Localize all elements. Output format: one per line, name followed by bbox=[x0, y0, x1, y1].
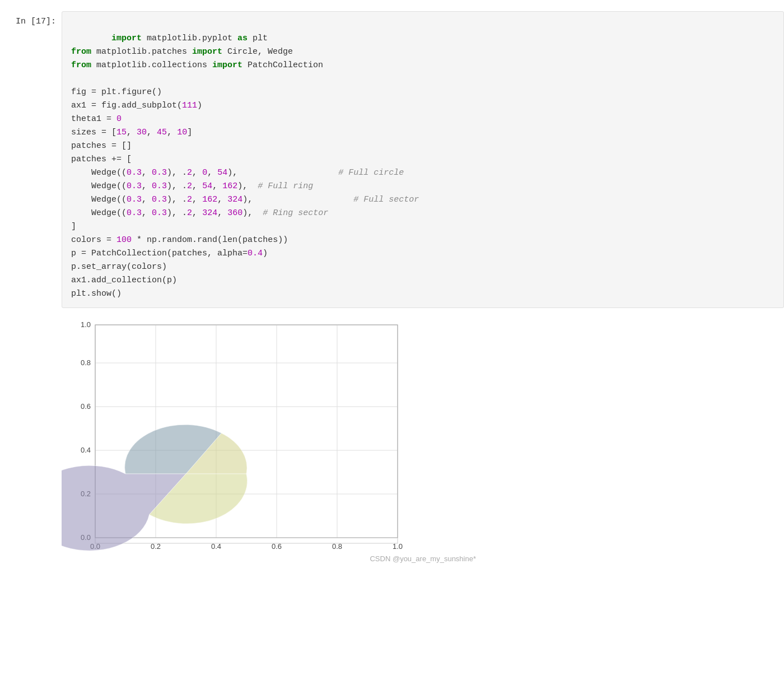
svg-text:1.0: 1.0 bbox=[81, 320, 91, 329]
code-block: import matplotlib.pyplot as plt from mat… bbox=[62, 11, 784, 308]
code-cell: In [17]: import matplotlib.pyplot as plt… bbox=[0, 11, 784, 571]
cell-content-area: import matplotlib.pyplot as plt from mat… bbox=[62, 11, 784, 571]
notebook-container: In [17]: import matplotlib.pyplot as plt… bbox=[0, 0, 784, 582]
kw3: from bbox=[71, 47, 91, 57]
svg-text:0.2: 0.2 bbox=[151, 542, 161, 551]
svg-text:0.8: 0.8 bbox=[81, 358, 91, 367]
watermark: CSDN @you_are_my_sunshine* bbox=[370, 554, 476, 563]
cell-prompt: In [17]: bbox=[0, 11, 62, 26]
svg-text:0.4: 0.4 bbox=[211, 542, 221, 551]
output-block: 0.0 0.2 0.4 0.6 0.8 1.0 0.0 0.2 0.4 0.6 … bbox=[62, 308, 784, 571]
kw4: import bbox=[192, 47, 222, 57]
kw2: as bbox=[237, 34, 248, 43]
chart-area: 0.0 0.2 0.4 0.6 0.8 1.0 0.0 0.2 0.4 0.6 … bbox=[62, 319, 409, 566]
svg-text:0.4: 0.4 bbox=[81, 446, 91, 454]
svg-text:0.8: 0.8 bbox=[332, 542, 342, 551]
chart-container: 0.0 0.2 0.4 0.6 0.8 1.0 0.0 0.2 0.4 0.6 … bbox=[62, 314, 784, 566]
kw: import bbox=[111, 34, 142, 43]
kw5: from bbox=[71, 60, 91, 70]
svg-text:0.6: 0.6 bbox=[272, 542, 282, 551]
kw6: import bbox=[212, 60, 242, 70]
svg-text:0.6: 0.6 bbox=[81, 402, 91, 411]
svg-text:1.0: 1.0 bbox=[393, 542, 403, 551]
chart-svg: 0.0 0.2 0.4 0.6 0.8 1.0 0.0 0.2 0.4 0.6 … bbox=[62, 319, 409, 566]
